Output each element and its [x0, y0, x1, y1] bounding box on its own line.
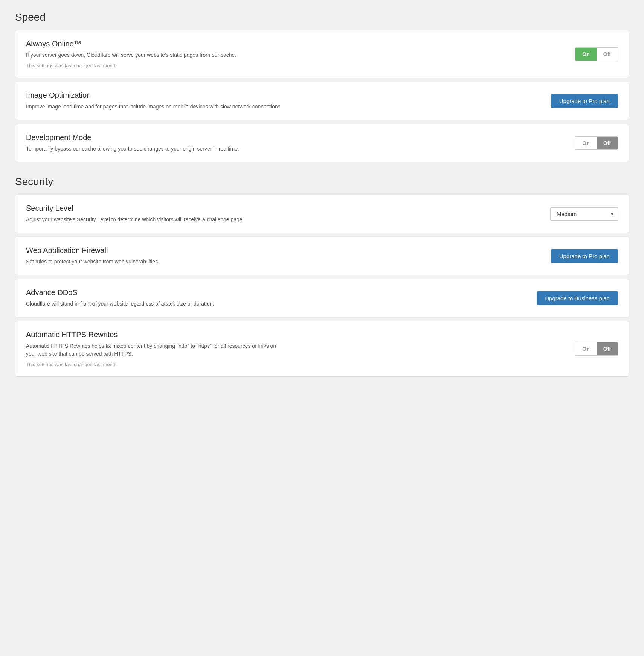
development-mode-desc: Temporarily bypass our cache allowing yo… [26, 145, 282, 153]
security-level-control: Essentially Off Low Medium High I'm Unde… [543, 207, 618, 221]
ddos-card: Advance DDoS Cloudflare will stand in fr… [15, 279, 629, 317]
ddos-title: Advance DDoS [26, 288, 282, 297]
always-online-title: Always Online™ [26, 40, 282, 48]
development-mode-control: On Off [543, 136, 618, 150]
development-mode-content: Development Mode Temporarily bypass our … [26, 133, 282, 153]
https-rewrites-content: Automatic HTTPS Rewrites Automatic HTTPS… [26, 330, 282, 367]
always-online-toggle[interactable]: On Off [575, 47, 618, 61]
image-optimization-desc: Improve image load time and for pages th… [26, 103, 282, 111]
always-online-desc: If your server goes down, Cloudflare wil… [26, 51, 282, 59]
waf-upgrade-button[interactable]: Upgrade to Pro plan [551, 249, 618, 263]
security-section-title: Security [15, 176, 629, 188]
waf-desc: Set rules to protect your website from w… [26, 258, 282, 266]
security-level-title: Security Level [26, 204, 282, 213]
development-mode-toggle-on[interactable]: On [575, 137, 596, 149]
development-mode-title: Development Mode [26, 133, 282, 142]
waf-title: Web Application Firewall [26, 246, 282, 255]
image-optimization-control: Upgrade to Pro plan [543, 94, 618, 108]
image-optimization-upgrade-button[interactable]: Upgrade to Pro plan [551, 94, 618, 108]
ddos-desc: Cloudflare will stand in front of your w… [26, 300, 282, 308]
image-optimization-content: Image Optimization Improve image load ti… [26, 91, 282, 111]
waf-control: Upgrade to Pro plan [543, 249, 618, 263]
development-mode-card: Development Mode Temporarily bypass our … [15, 124, 629, 162]
security-section: Security Security Level Adjust your webs… [15, 176, 629, 377]
security-level-content: Security Level Adjust your website's Sec… [26, 204, 282, 224]
always-online-meta: This settings was last changed last mont… [26, 63, 282, 68]
ddos-content: Advance DDoS Cloudflare will stand in fr… [26, 288, 282, 308]
https-rewrites-desc: Automatic HTTPS Rewrites helps fix mixed… [26, 342, 282, 358]
waf-content: Web Application Firewall Set rules to pr… [26, 246, 282, 266]
always-online-toggle-off[interactable]: Off [597, 48, 618, 61]
speed-section-title: Speed [15, 11, 629, 23]
always-online-card: Always Online™ If your server goes down,… [15, 30, 629, 78]
image-optimization-card: Image Optimization Improve image load ti… [15, 82, 629, 120]
security-level-select[interactable]: Essentially Off Low Medium High I'm Unde… [550, 207, 618, 221]
image-optimization-title: Image Optimization [26, 91, 282, 100]
ddos-upgrade-button[interactable]: Upgrade to Business plan [537, 291, 618, 305]
https-rewrites-toggle-off[interactable]: Off [597, 342, 618, 355]
security-level-card: Security Level Adjust your website's Sec… [15, 195, 629, 233]
https-rewrites-title: Automatic HTTPS Rewrites [26, 330, 282, 339]
https-rewrites-meta: This settings was last changed last mont… [26, 362, 282, 367]
development-mode-toggle-off[interactable]: Off [597, 137, 618, 149]
https-rewrites-toggle[interactable]: On Off [575, 342, 618, 356]
security-level-select-wrap: Essentially Off Low Medium High I'm Unde… [550, 207, 618, 221]
ddos-control: Upgrade to Business plan [537, 291, 618, 305]
development-mode-toggle[interactable]: On Off [575, 136, 618, 150]
always-online-control: On Off [543, 47, 618, 61]
https-rewrites-control: On Off [543, 342, 618, 356]
always-online-toggle-on[interactable]: On [575, 48, 596, 61]
security-level-desc: Adjust your website's Security Level to … [26, 216, 282, 224]
https-rewrites-card: Automatic HTTPS Rewrites Automatic HTTPS… [15, 321, 629, 377]
speed-section: Speed Always Online™ If your server goes… [15, 11, 629, 162]
https-rewrites-toggle-on[interactable]: On [575, 342, 596, 355]
waf-card: Web Application Firewall Set rules to pr… [15, 237, 629, 275]
always-online-content: Always Online™ If your server goes down,… [26, 40, 282, 68]
